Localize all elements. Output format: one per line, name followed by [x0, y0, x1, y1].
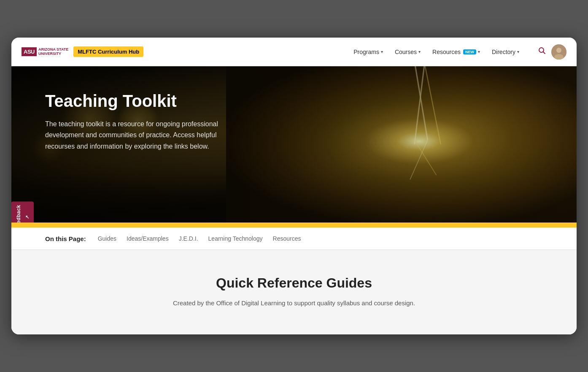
nav-icons: [538, 44, 566, 60]
nav-label-courses: Courses: [395, 49, 417, 55]
svg-point-3: [556, 48, 561, 53]
chevron-down-icon-programs: ▾: [381, 49, 383, 54]
page-nav-ideas[interactable]: Ideas/Examples: [123, 234, 172, 243]
nav-label-programs: Programs: [353, 49, 379, 55]
chevron-down-icon-resources: ▾: [478, 49, 480, 54]
nav-links: Programs ▾ Courses ▾ Resources NEW ▾ Dir…: [348, 45, 524, 59]
avatar-placeholder: [551, 44, 566, 60]
page-nav-guides[interactable]: Guides: [94, 234, 120, 243]
main-content: Quick Reference Guides Created by the Of…: [11, 250, 577, 334]
svg-line-1: [543, 52, 545, 54]
asu-logo-text-block: Arizona State University: [38, 48, 68, 56]
page-nav-links: Guides Ideas/Examples J.E.D.I. Learning …: [94, 234, 305, 243]
navbar: ASU Arizona State University MLFTC Curri…: [11, 38, 577, 66]
hero-content: Teaching Toolkit The teaching toolkit is…: [11, 66, 273, 177]
nav-item-programs[interactable]: Programs ▾: [348, 45, 388, 59]
feedback-icon: ↗: [24, 215, 30, 220]
nav-label-resources: Resources: [432, 49, 461, 55]
chevron-down-icon-directory: ▾: [517, 49, 519, 54]
hub-badge[interactable]: MLFTC Curriculum Hub: [73, 46, 143, 57]
on-this-page-label: On this Page:: [45, 235, 86, 242]
search-icon[interactable]: [538, 46, 546, 57]
chevron-down-icon-courses: ▾: [418, 49, 421, 54]
hero-section: Teaching Toolkit The teaching toolkit is…: [11, 66, 577, 223]
feedback-label: Feedback: [16, 205, 22, 223]
page-nav-learning-tech[interactable]: Learning Technology: [205, 234, 266, 243]
asu-logo-box: ASU: [22, 47, 37, 56]
user-avatar[interactable]: [551, 44, 566, 60]
page-nav-resources[interactable]: Resources: [270, 234, 305, 243]
nav-label-directory: Directory: [492, 49, 515, 55]
on-this-page-bar: On this Page: Guides Ideas/Examples J.E.…: [11, 228, 577, 250]
quick-ref-title: Quick Reference Guides: [28, 275, 560, 291]
asu-logo-line2: University: [38, 52, 68, 56]
hero-title: Teaching Toolkit: [45, 92, 239, 110]
feedback-wrapper: ↗ Feedback: [11, 201, 34, 223]
quick-ref-subtitle: Created by the Office of Digital Learnin…: [28, 299, 560, 307]
new-badge: NEW: [463, 49, 476, 54]
nav-item-directory[interactable]: Directory ▾: [487, 45, 524, 59]
nav-item-resources[interactable]: Resources NEW ▾: [427, 45, 485, 59]
nav-item-courses[interactable]: Courses ▾: [390, 45, 426, 59]
page-nav-jedi[interactable]: J.E.D.I.: [175, 234, 202, 243]
feedback-button[interactable]: ↗ Feedback: [11, 201, 34, 223]
gold-bar: [11, 223, 577, 228]
hero-description: The teaching toolkit is a resource for o…: [45, 119, 239, 152]
asu-logo[interactable]: ASU Arizona State University: [22, 47, 68, 56]
navbar-brand: ASU Arizona State University MLFTC Curri…: [22, 46, 143, 57]
